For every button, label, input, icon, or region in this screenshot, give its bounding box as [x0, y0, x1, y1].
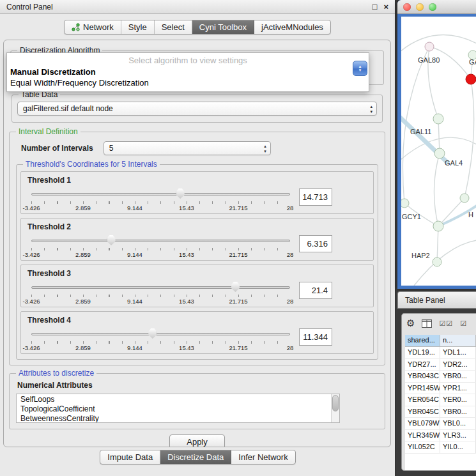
float-window-icon[interactable]: □ — [372, 3, 378, 11]
list-item[interactable]: BetweennessCentrality — [17, 413, 339, 423]
table-row[interactable]: YLR345WYLR3... — [405, 430, 476, 442]
table-row[interactable]: YER054CYER0... — [405, 394, 476, 406]
node-gal11[interactable] — [433, 114, 443, 124]
group-title: Threshold's Coordinates for 5 Intervals — [23, 160, 160, 169]
table-row[interactable]: YDR27...YDR2... — [405, 359, 476, 371]
combo-stepper-icon: ▴▾ — [370, 104, 372, 114]
tab-jactivemodules[interactable]: jActiveMNodules — [254, 20, 330, 34]
algorithm-dropdown-popup: Select algorithm to view settings Manual… — [6, 52, 369, 92]
edge — [414, 240, 476, 286]
popup-item-equal-width-frequency[interactable]: Equal Width/Frequency Discretization — [7, 77, 369, 88]
table-row[interactable]: YBL079WYBL0... — [405, 418, 476, 430]
node[interactable] — [433, 221, 443, 231]
selected-red-node[interactable] — [466, 74, 476, 84]
slider-thumb[interactable] — [231, 282, 240, 292]
threshold-value-field-4[interactable]: 11.344 — [299, 328, 332, 346]
slider-tick-labels: -3.4262.8599.14415.4321.71528 — [31, 204, 290, 211]
columns-icon[interactable] — [422, 319, 432, 328]
slider-tick-labels: -3.4262.8599.14415.4321.71528 — [31, 251, 290, 258]
close-window-icon[interactable]: × — [383, 3, 388, 11]
table-row[interactable]: YBR043CYBR0... — [405, 371, 476, 383]
table-toolbar: ⚙ ☑☑ ☑ — [402, 314, 476, 333]
group-title: Attributes to discretize — [16, 369, 96, 378]
threshold-value-field-1[interactable]: 14.713 — [299, 188, 332, 206]
combo-value: galFiltered.sif default node — [23, 104, 113, 113]
threshold-value-field-2[interactable]: 6.316 — [299, 235, 332, 252]
slider-thumb[interactable] — [176, 188, 185, 199]
table-data-group: Table Data galFiltered.sif default node … — [12, 95, 383, 123]
scrollbar-thumb[interactable] — [332, 395, 339, 411]
minimize-traffic-light-icon[interactable] — [416, 3, 424, 11]
network-selection-frame: GAL80 GA GAL11 GAL4 GCY1 H HAP2 — [397, 14, 476, 289]
threshold-slider-4[interactable]: -3.4262.8599.14415.4321.71528 — [31, 327, 290, 352]
slider-track[interactable] — [31, 193, 290, 196]
checkbox-icons[interactable]: ☑☑ — [439, 319, 453, 328]
threshold-slider-2[interactable]: -3.4262.8599.14415.4321.71528 — [31, 234, 290, 259]
slider-thumb[interactable] — [148, 328, 157, 339]
node-label-gcy1: GCY1 — [402, 213, 421, 220]
tab-impute-data[interactable]: Impute Data — [100, 450, 160, 464]
node-gal80[interactable] — [425, 42, 434, 51]
list-item[interactable]: TopologicalCoefficient — [17, 404, 339, 413]
tab-cyni-toolbox[interactable]: Cyni Toolbox — [192, 20, 254, 34]
bottom-tab-bar: Impute Data Discretize Data Infer Networ… — [0, 450, 395, 464]
apply-button[interactable]: Apply — [169, 434, 225, 447]
threshold-label: Threshold 3 — [27, 269, 368, 278]
table-row[interactable]: YBR045CYBR0... — [405, 406, 476, 418]
node-gal4[interactable] — [434, 148, 445, 158]
slider-ticks — [31, 248, 290, 250]
slider-thumb[interactable] — [107, 235, 116, 245]
threshold-slider-1[interactable]: -3.4262.8599.14415.4321.71528 — [31, 187, 290, 212]
close-traffic-light-icon[interactable] — [403, 3, 411, 11]
threshold-slider-3[interactable]: -3.4262.8599.14415.4321.71528 — [31, 280, 290, 305]
node-hap2[interactable] — [433, 257, 441, 266]
checkbox-icon[interactable]: ☑ — [460, 319, 467, 328]
network-view-window: GAL80 GA GAL11 GAL4 GCY1 H HAP2 — [397, 0, 476, 289]
table-row[interactable]: YDL19...YDL1... — [405, 347, 476, 359]
zoom-traffic-light-icon[interactable] — [429, 3, 436, 11]
list-scrollbar[interactable] — [331, 394, 339, 422]
slider-track[interactable] — [31, 333, 290, 335]
edge — [401, 35, 476, 55]
popup-item-manual-discretization[interactable]: Manual Discretization — [7, 66, 369, 77]
gear-icon[interactable]: ⚙ — [406, 318, 415, 329]
tab-discretize-data[interactable]: Discretize Data — [160, 450, 231, 464]
threshold-label: Threshold 2 — [27, 222, 368, 231]
table-panel-title: Table Panel — [405, 296, 445, 305]
slider-ticks — [31, 201, 290, 204]
tab-network[interactable]: Network — [65, 20, 121, 34]
table-data-combobox[interactable]: galFiltered.sif default node ▴▾ — [17, 102, 377, 116]
tab-style[interactable]: Style — [121, 20, 155, 34]
list-item[interactable]: SelfLoops — [17, 394, 339, 404]
column-header-shared[interactable]: shared... — [405, 335, 440, 346]
node-label-gal4: GAL4 — [445, 159, 463, 167]
network-canvas[interactable]: GAL80 GA GAL11 GAL4 GCY1 H HAP2 — [401, 17, 476, 286]
slider-tick-labels: -3.4262.8599.14415.4321.71528 — [31, 298, 290, 305]
table-row[interactable]: YIL052CYIL0... — [405, 441, 476, 454]
slider-track[interactable] — [31, 240, 290, 242]
table-row[interactable]: YPR145WYPR1... — [405, 383, 476, 395]
tab-select[interactable]: Select — [155, 20, 192, 34]
numerical-attributes-list[interactable]: SelfLoops TopologicalCoefficient Between… — [16, 394, 340, 423]
node-gcy1[interactable] — [401, 199, 409, 208]
edge — [434, 153, 440, 226]
node[interactable] — [460, 194, 469, 203]
algorithm-combo-stepper[interactable]: ▴▾ — [353, 61, 367, 76]
threshold-value-field-3[interactable]: 21.4 — [299, 282, 332, 299]
interval-definition-group: Interval Definition Number of Intervals … — [9, 132, 385, 365]
slider-tick-labels: -3.4262.8599.14415.4321.71528 — [31, 344, 290, 351]
network-window-titlebar — [397, 0, 476, 14]
edge — [464, 79, 474, 198]
thresholds-group: Threshold's Coordinates for 5 Intervals … — [16, 164, 378, 360]
threshold-panel-4: Threshold 4 -3.4262.8599.14415.4321.7152… — [20, 311, 374, 354]
tab-infer-network[interactable]: Infer Network — [231, 450, 295, 464]
column-header-name[interactable]: n... — [440, 335, 476, 346]
combo-stepper-icon: ▴▾ — [264, 144, 266, 154]
num-intervals-combobox[interactable]: 5 ▴▾ — [104, 141, 271, 155]
window-title: Control Panel — [6, 3, 366, 12]
table-panel-window: ⚙ ☑☑ ☑ shared... n... YDL19...YDL1... YD… — [401, 313, 476, 471]
node-label-hap2: HAP2 — [411, 252, 430, 259]
attributes-group: Attributes to discretize Numerical Attri… — [9, 373, 385, 429]
slider-track[interactable] — [31, 286, 290, 289]
network-icon — [72, 23, 80, 31]
